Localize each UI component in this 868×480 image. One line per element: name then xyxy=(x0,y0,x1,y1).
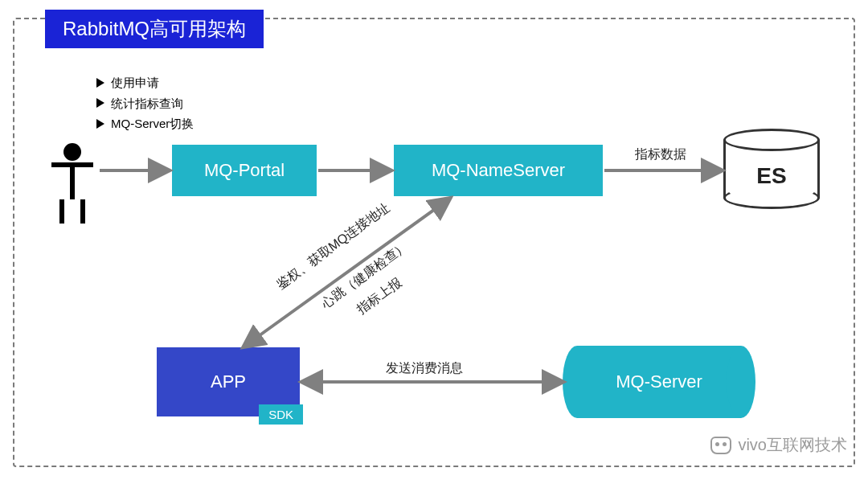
node-label: MQ-Server xyxy=(563,346,755,418)
triangle-icon xyxy=(96,78,104,88)
bullet-item: 统计指标查询 xyxy=(96,93,194,114)
triangle-icon xyxy=(96,119,104,129)
edge-label-app-server: 发送消费消息 xyxy=(386,360,463,377)
node-label: MQ-NameServer xyxy=(432,160,565,181)
wechat-icon xyxy=(710,437,731,454)
node-app: APP SDK xyxy=(157,347,300,416)
architecture-diagram: RabbitMQ高可用架构 使用申请 统计指标查询 MQ-Server切换 MQ… xyxy=(0,0,868,480)
watermark-text: vivo互联网技术 xyxy=(738,434,847,456)
node-label: MQ-Portal xyxy=(204,160,285,181)
node-mq-portal: MQ-Portal xyxy=(172,145,317,196)
watermark: vivo互联网技术 xyxy=(710,434,847,456)
node-mq-server: MQ-Server xyxy=(563,346,755,418)
bullet-label: 统计指标查询 xyxy=(111,93,183,114)
node-label: ES xyxy=(723,143,820,209)
bullet-item: 使用申请 xyxy=(96,72,194,93)
sdk-tag: SDK xyxy=(259,404,303,425)
triangle-icon xyxy=(96,98,104,108)
bullet-label: 使用申请 xyxy=(111,72,159,93)
node-label: APP xyxy=(211,371,246,392)
edge-label-nameserver-es: 指标数据 xyxy=(635,146,686,163)
bullet-list: 使用申请 统计指标查询 MQ-Server切换 xyxy=(96,72,194,134)
diagram-title: RabbitMQ高可用架构 xyxy=(45,10,264,48)
user-actor-icon xyxy=(48,143,96,224)
node-mq-nameserver: MQ-NameServer xyxy=(394,145,603,196)
bullet-item: MQ-Server切换 xyxy=(96,113,194,134)
bullet-label: MQ-Server切换 xyxy=(111,113,194,134)
node-es: ES xyxy=(723,129,820,209)
